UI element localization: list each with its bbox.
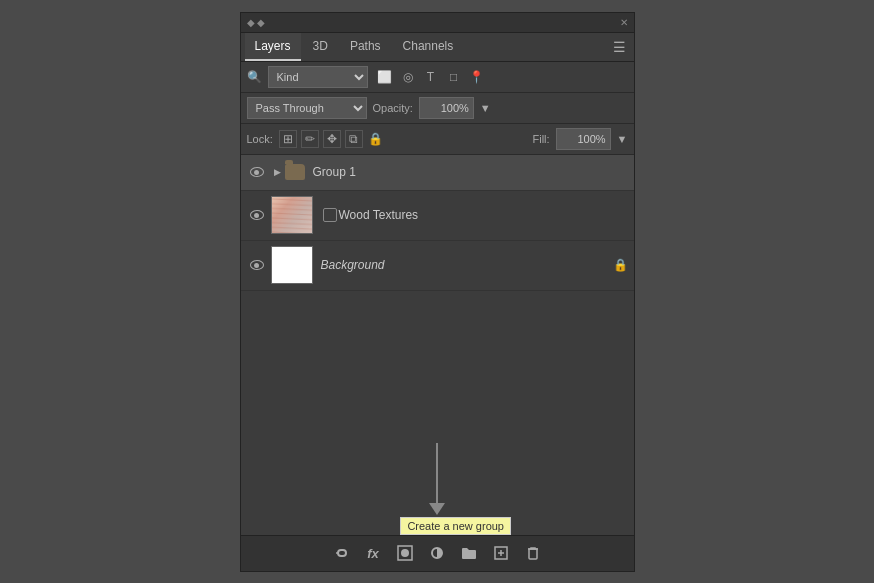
layer-visibility-wood[interactable] xyxy=(247,205,267,225)
panel-footer: fx Create a new group xyxy=(241,535,634,571)
svg-point-1 xyxy=(401,549,409,557)
opacity-dropdown-icon[interactable]: ▼ xyxy=(480,102,491,114)
layer-item-background[interactable]: Background 🔒 xyxy=(241,241,634,291)
tab-3d[interactable]: 3D xyxy=(303,33,338,61)
filter-icons: ⬜ ◎ T □ 📍 xyxy=(376,68,486,86)
panel-titlebar: ◆ ◆ ✕ xyxy=(241,13,634,33)
fx-button[interactable]: fx xyxy=(361,541,385,565)
delete-button[interactable] xyxy=(521,541,545,565)
layer-name-group1: Group 1 xyxy=(313,165,628,179)
lock-row: Lock: ⊞ ✏ ✥ ⧉ 🔒 Fill: ▼ xyxy=(241,124,634,155)
arrow-down xyxy=(429,443,445,515)
close-icon[interactable]: ✕ xyxy=(620,17,628,28)
layer-item-group1[interactable]: ▶ Group 1 xyxy=(241,155,634,191)
adjustment-icon xyxy=(429,545,445,561)
filter-shape-icon[interactable]: □ xyxy=(445,68,463,86)
adjustment-button[interactable] xyxy=(425,541,449,565)
lock-pixels-icon[interactable]: ⊞ xyxy=(279,130,297,148)
fill-input[interactable] xyxy=(556,128,611,150)
folder-icon xyxy=(285,164,305,180)
filter-pin-icon[interactable]: 📍 xyxy=(468,68,486,86)
tabs-bar: Layers 3D Paths Channels ☰ xyxy=(241,33,634,62)
layer-thumbnail-bg xyxy=(271,246,313,284)
eye-icon-group1 xyxy=(250,167,264,177)
lock-artboard-icon[interactable]: ✥ xyxy=(323,130,341,148)
search-icon: 🔍 xyxy=(247,70,262,84)
lock-icons: ⊞ ✏ ✥ ⧉ 🔒 xyxy=(279,130,385,148)
layer-item-wood[interactable]: Wood Textures xyxy=(241,191,634,241)
titlebar-dots: ◆ ◆ xyxy=(247,17,266,28)
layer-visibility-bg[interactable] xyxy=(247,255,267,275)
lock-label: Lock: xyxy=(247,133,273,145)
tabs-container: Layers 3D Paths Channels xyxy=(245,33,464,61)
layers-list: ▶ Group 1 Wood Textures Background xyxy=(241,155,634,335)
filter-row: 🔍 Kind Name Effect Mode Attribute Color … xyxy=(241,62,634,93)
blend-row: Pass Through Normal Dissolve Multiply Sc… xyxy=(241,93,634,124)
layer-expand-arrow[interactable]: ▶ xyxy=(271,167,285,177)
link-icon xyxy=(333,545,349,561)
layer-lock-icon-bg: 🔒 xyxy=(613,258,628,272)
layer-name-wood: Wood Textures xyxy=(339,208,628,222)
opacity-input[interactable] xyxy=(419,97,474,119)
new-group-button[interactable]: Create a new group xyxy=(457,541,481,565)
filter-adjust-icon[interactable]: ◎ xyxy=(399,68,417,86)
fill-dropdown-icon[interactable]: ▼ xyxy=(617,133,628,145)
opacity-label: Opacity: xyxy=(373,102,413,114)
lock-image-icon[interactable]: ⧉ xyxy=(345,130,363,148)
layer-link-wood xyxy=(323,208,337,222)
trash-icon xyxy=(525,545,541,561)
link-button[interactable] xyxy=(329,541,353,565)
kind-select[interactable]: Kind Name Effect Mode Attribute Color xyxy=(268,66,368,88)
folder-icon xyxy=(461,545,477,561)
arrow-area xyxy=(241,335,634,535)
arrow-head xyxy=(429,503,445,515)
blend-mode-select[interactable]: Pass Through Normal Dissolve Multiply Sc… xyxy=(247,97,367,119)
new-layer-button[interactable] xyxy=(489,541,513,565)
filter-type-icon[interactable]: T xyxy=(422,68,440,86)
eye-icon-bg xyxy=(250,260,264,270)
filter-image-icon[interactable]: ⬜ xyxy=(376,68,394,86)
tab-layers[interactable]: Layers xyxy=(245,33,301,61)
fill-label: Fill: xyxy=(533,133,550,145)
layers-panel: ◆ ◆ ✕ Layers 3D Paths Channels ☰ 🔍 Kind … xyxy=(240,12,635,572)
lock-all-icon[interactable]: 🔒 xyxy=(367,130,385,148)
fx-icon: fx xyxy=(367,546,379,561)
layer-thumbnail-wood xyxy=(271,196,313,234)
tab-channels[interactable]: Channels xyxy=(393,33,464,61)
layers-content-area: ▶ Group 1 Wood Textures Background xyxy=(241,155,634,535)
layer-visibility-group1[interactable] xyxy=(247,162,267,182)
eye-icon-wood xyxy=(250,210,264,220)
arrow-line xyxy=(436,443,438,503)
lock-position-icon[interactable]: ✏ xyxy=(301,130,319,148)
layer-name-bg: Background xyxy=(321,258,613,272)
mask-icon xyxy=(397,545,413,561)
tab-paths[interactable]: Paths xyxy=(340,33,391,61)
new-layer-icon xyxy=(493,545,509,561)
mask-button[interactable] xyxy=(393,541,417,565)
panel-menu-icon[interactable]: ☰ xyxy=(609,35,630,59)
